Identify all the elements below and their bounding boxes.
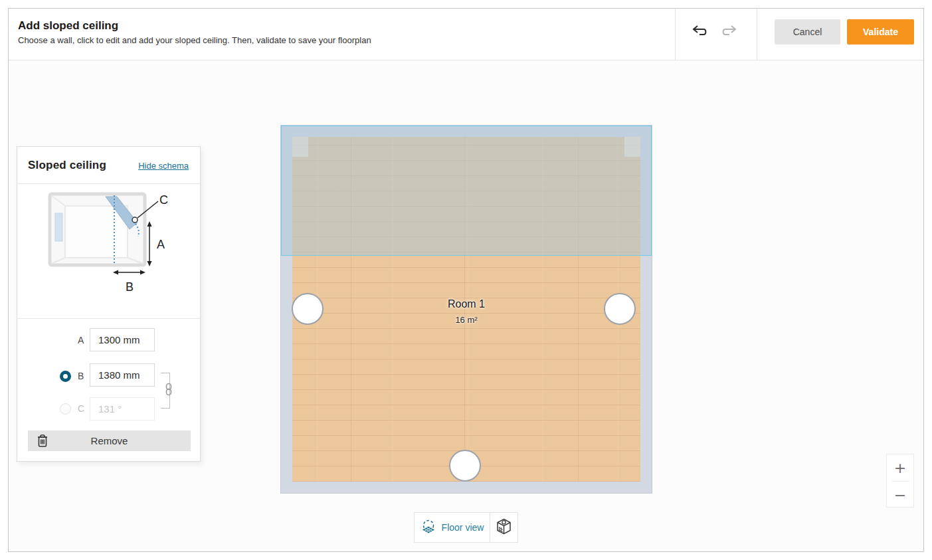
undo-arrow-icon xyxy=(692,31,709,41)
schema-label-a: A xyxy=(157,238,165,251)
redo-button[interactable] xyxy=(719,23,738,41)
panel-header: Sloped ceiling Hide schema xyxy=(17,147,200,184)
app-window: Add sloped ceiling Choose a wall, click … xyxy=(8,8,924,552)
header-divider xyxy=(675,9,676,60)
page-subtitle: Choose a wall, click to edit and add you… xyxy=(18,35,371,45)
floorplan-room[interactable]: Room 1 16 m² xyxy=(280,125,652,494)
undo-button[interactable] xyxy=(691,23,709,41)
sloped-ceiling-panel: Sloped ceiling Hide schema xyxy=(17,146,201,462)
redo-arrow-icon xyxy=(720,31,737,41)
field-label-a: A xyxy=(78,335,84,345)
zoom-controls: + − xyxy=(886,454,914,508)
wall-handle-right[interactable] xyxy=(604,293,636,325)
link-bracket xyxy=(161,408,169,409)
field-label-c: C xyxy=(78,403,84,414)
zoom-in-button[interactable]: + xyxy=(887,454,913,481)
room-area: 16 m² xyxy=(281,315,652,325)
floor-view-button[interactable]: Floor view xyxy=(415,513,490,542)
header-divider xyxy=(757,9,757,60)
remove-button[interactable]: Remove xyxy=(28,430,191,451)
wall-handle-bottom[interactable] xyxy=(449,450,481,482)
sloped-ceiling-selection[interactable] xyxy=(281,126,652,256)
field-label-b: B xyxy=(78,371,84,381)
page-title: Add sloped ceiling xyxy=(18,19,118,33)
chain-link-icon xyxy=(163,383,175,399)
input-c xyxy=(90,397,155,420)
floor-view-label: Floor view xyxy=(442,522,484,533)
hide-schema-link[interactable]: Hide schema xyxy=(138,161,189,171)
radio-b[interactable] xyxy=(60,371,71,382)
validate-button[interactable]: Validate xyxy=(847,19,914,45)
header-bar: Add sloped ceiling Choose a wall, click … xyxy=(9,9,923,60)
room-name: Room 1 xyxy=(281,298,652,310)
schema-label-b: B xyxy=(126,280,134,294)
sloped-ceiling-schema: C A B xyxy=(41,188,178,306)
trash-icon xyxy=(37,434,48,450)
remove-label: Remove xyxy=(91,435,128,446)
panel-title: Sloped ceiling xyxy=(28,159,106,172)
cube-3d-icon xyxy=(496,518,512,537)
input-a[interactable] xyxy=(90,328,155,351)
zoom-out-button[interactable]: − xyxy=(887,482,913,508)
schema-label-c: C xyxy=(159,193,168,207)
view-toolbar: Floor view xyxy=(414,512,518,543)
view-3d-button[interactable] xyxy=(490,513,517,542)
wall-handle-left[interactable] xyxy=(292,293,324,325)
radio-c[interactable] xyxy=(60,403,71,415)
link-bracket xyxy=(161,373,169,373)
input-b[interactable] xyxy=(90,363,155,387)
floor-layers-icon xyxy=(420,519,436,537)
cancel-button[interactable]: Cancel xyxy=(775,19,840,45)
schema-section: C A B xyxy=(17,184,200,319)
